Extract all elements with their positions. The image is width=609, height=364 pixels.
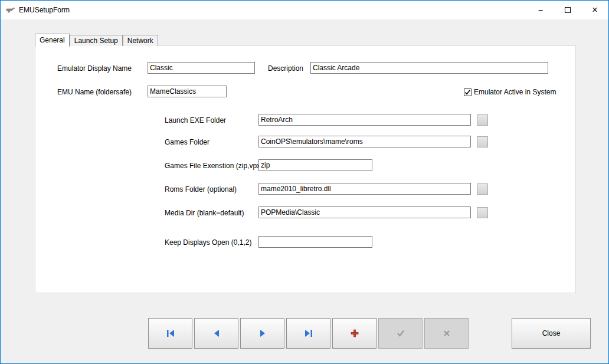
nav-first-icon: [166, 329, 175, 337]
games-folder-input[interactable]: [258, 136, 471, 147]
nav-add-button[interactable]: [332, 318, 376, 349]
add-plus-icon: [351, 329, 359, 337]
close-icon: ×: [592, 5, 597, 15]
nav-first-button[interactable]: [148, 318, 192, 349]
description-input[interactable]: [310, 62, 548, 74]
display-name-label: Emulator Display Name: [57, 64, 132, 73]
nav-next-icon: [259, 329, 266, 337]
tab-strip: General Launch Setup Network: [35, 34, 158, 46]
launch-exe-label: Launch EXE Folder: [165, 116, 226, 124]
media-dir-label: Media Dir (blank=default): [165, 209, 244, 217]
launch-exe-input[interactable]: [258, 114, 471, 126]
roms-folder-browse-button[interactable]: [477, 183, 488, 195]
minimize-button[interactable]: –: [527, 1, 554, 19]
media-dir-input[interactable]: [258, 206, 471, 218]
roms-folder-label: Roms Folder (optional): [165, 185, 237, 194]
tab-network[interactable]: Network: [123, 35, 158, 46]
close-button[interactable]: Close: [512, 318, 591, 349]
minimize-icon: –: [538, 5, 542, 14]
games-folder-browse-button[interactable]: [477, 136, 488, 147]
emulator-active-checkbox[interactable]: Emulator Active in System: [464, 88, 556, 96]
tab-launch-setup[interactable]: Launch Setup: [70, 35, 123, 46]
nav-next-button[interactable]: [240, 318, 284, 349]
checkbox-check-icon: [464, 89, 471, 96]
keep-displays-input[interactable]: [258, 236, 372, 248]
emu-setup-window: EMUSetupForm – × General Launch Setup Ne…: [0, 0, 609, 364]
accept-check-icon: [397, 330, 405, 337]
media-dir-browse-button[interactable]: [477, 207, 488, 218]
nav-previous-icon: [213, 329, 220, 337]
launch-exe-browse-button[interactable]: [477, 114, 488, 126]
display-name-input[interactable]: [148, 62, 255, 74]
maximize-button[interactable]: [554, 1, 581, 19]
checkbox-box: [464, 88, 472, 96]
games-ext-input[interactable]: [258, 159, 372, 171]
emu-name-label: EMU Name (foldersafe): [57, 88, 132, 96]
nav-last-button[interactable]: [286, 318, 330, 349]
roms-folder-input[interactable]: [258, 183, 471, 195]
close-button-label: Close: [542, 329, 561, 337]
window-title: EMUSetupForm: [19, 6, 70, 14]
tabpage-general: Emulator Display Name Description EMU Na…: [35, 45, 576, 293]
titlebar: EMUSetupForm – ×: [1, 1, 608, 19]
description-label: Description: [268, 64, 303, 73]
maximize-icon: [565, 7, 571, 13]
nav-last-icon: [304, 329, 313, 337]
nav-previous-button[interactable]: [194, 318, 238, 349]
keep-displays-label: Keep Displays Open (0,1,2): [165, 238, 251, 247]
games-folder-label: Games Folder: [165, 138, 209, 146]
emulator-active-label: Emulator Active in System: [474, 88, 556, 96]
emu-name-input[interactable]: [148, 86, 227, 97]
nav-cancel-button[interactable]: [424, 318, 469, 349]
close-window-button[interactable]: ×: [581, 1, 608, 19]
cancel-x-icon: [443, 330, 450, 337]
nav-accept-button[interactable]: [378, 318, 423, 349]
app-icon: [6, 5, 15, 15]
tab-general[interactable]: General: [35, 34, 70, 47]
games-ext-label: Games File Exenstion (zip,vpx): [165, 162, 263, 170]
